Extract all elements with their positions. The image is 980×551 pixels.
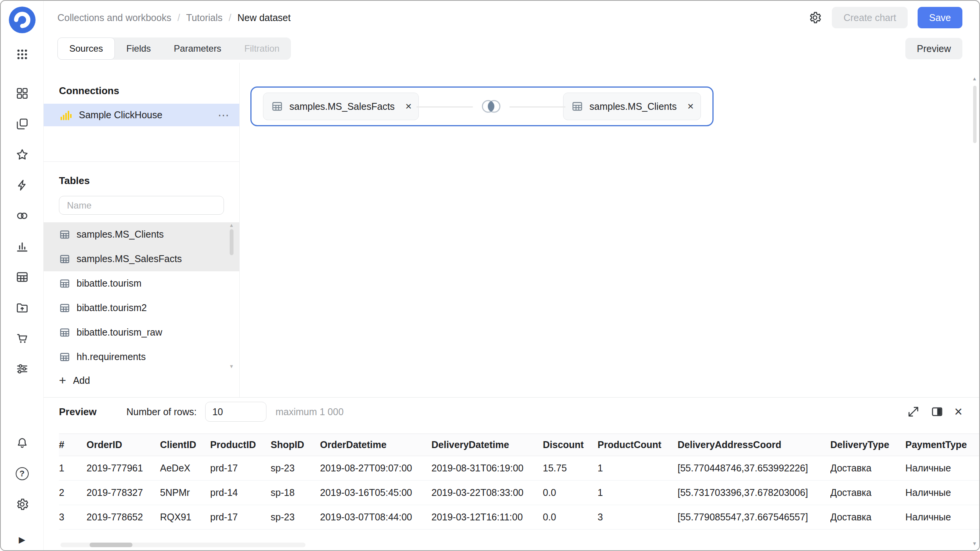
app-window: ? ▶ Collections and workbooks / Tutorial…: [0, 0, 980, 551]
split-layout-icon[interactable]: [931, 405, 944, 418]
left-rail: ? ▶: [1, 1, 44, 550]
table-cell: prd-14: [210, 481, 271, 505]
connection-item-sample-clickhouse[interactable]: Sample ClickHouse ⋯: [44, 104, 239, 126]
add-table-button[interactable]: + Add: [44, 369, 239, 392]
expand-preview-icon[interactable]: [907, 405, 920, 418]
source-table-chip-salesfacts[interactable]: samples.MS_SalesFacts ×: [263, 93, 419, 120]
table-cell: 0.0: [543, 481, 598, 505]
preview-header: Preview Number of rows: maximum 1 000: [44, 398, 979, 426]
rows-count-input[interactable]: [205, 402, 266, 422]
datasets-table-icon[interactable]: [11, 266, 33, 288]
favorites-star-icon[interactable]: [11, 144, 33, 165]
settings-gear-icon[interactable]: [11, 494, 33, 515]
scroll-down-icon[interactable]: ▼: [229, 364, 234, 369]
table-cell: Доставка: [830, 481, 905, 505]
scroll-up-icon[interactable]: ▲: [972, 76, 977, 82]
tab-parameters[interactable]: Parameters: [162, 37, 233, 60]
page-vertical-scrollbar: ▲ ▼: [972, 76, 978, 546]
table-cell: RQX91: [160, 505, 210, 530]
table-cell: Наличные: [905, 481, 979, 505]
table-cell: 2019-778327: [87, 481, 160, 505]
source-table-chip-clients[interactable]: samples.MS_Clients ×: [563, 93, 701, 120]
table-row: 12019-777961AeDeXprd-17sp-232019-08-27T0…: [59, 456, 979, 481]
scroll-up-icon[interactable]: ▲: [229, 222, 234, 228]
plus-icon: +: [59, 374, 66, 386]
tab-sources[interactable]: Sources: [57, 37, 115, 60]
preview-table-body: 12019-777961AeDeXprd-17sp-232019-08-27T0…: [59, 456, 979, 530]
table-row: 22019-7783275NPMrprd-14sp-182019-03-16T0…: [59, 481, 979, 505]
table-cell: 2019-08-31T06:19:00: [431, 456, 543, 481]
expand-panel-icon[interactable]: ▶: [19, 535, 25, 545]
scrollbar-thumb[interactable]: [973, 86, 977, 143]
chip-table-name: samples.MS_SalesFacts: [289, 101, 395, 112]
add-table-label: Add: [73, 375, 90, 386]
close-preview-icon[interactable]: ×: [954, 405, 962, 419]
rows-max-hint: maximum 1 000: [276, 406, 344, 417]
column-header: DeliveryAddressCoord: [678, 434, 830, 456]
dataset-tabs: Sources Fields Parameters Filtration: [57, 37, 291, 60]
table-cell: 5NPMr: [160, 481, 210, 505]
table-list-item[interactable]: bibattle.tourism: [44, 271, 239, 296]
join-group: samples.MS_SalesFacts ×: [250, 86, 714, 126]
scroll-down-icon[interactable]: ▼: [972, 541, 977, 546]
preview-actions: ×: [907, 405, 962, 419]
table-list-item[interactable]: bibattle.tourism_raw: [44, 320, 239, 345]
preview-toggle-button[interactable]: Preview: [905, 38, 962, 59]
apps-grid-icon[interactable]: [11, 44, 33, 65]
column-header: Discount: [543, 434, 598, 456]
column-header: DeliveryType: [830, 434, 905, 456]
table-row: 32019-778652RQX91prd-17sp-232019-03-07T0…: [59, 505, 979, 530]
connections-bolt-icon[interactable]: [11, 174, 33, 196]
breadcrumb-separator: /: [229, 12, 231, 23]
collections-icon[interactable]: [11, 113, 33, 135]
table-list-item[interactable]: hh.requirements: [44, 345, 239, 369]
breadcrumb-tutorials[interactable]: Tutorials: [186, 12, 222, 23]
dataset-settings-gear-icon[interactable]: [808, 11, 822, 24]
storage-folder-icon[interactable]: [11, 297, 33, 318]
breadcrumb-collections[interactable]: Collections and workbooks: [57, 12, 171, 23]
clickhouse-icon: [59, 109, 72, 122]
table-cell: 2019-03-16T05:45:00: [320, 481, 431, 505]
scrollbar-thumb[interactable]: [230, 229, 234, 255]
table-cell: 1: [59, 456, 87, 481]
scrollbar-thumb[interactable]: [90, 543, 132, 547]
tables-list-scrollbar: ▲ ▼: [229, 222, 235, 369]
connection-menu-ellipsis-icon[interactable]: ⋯: [218, 109, 229, 121]
table-cell: AeDeX: [160, 456, 210, 481]
remove-table-icon[interactable]: ×: [405, 101, 412, 112]
app-logo-icon[interactable]: [8, 5, 37, 34]
preview-panel: Preview Number of rows: maximum 1 000: [44, 397, 979, 550]
table-list-item[interactable]: bibattle.tourism2: [44, 296, 239, 320]
dashboards-icon[interactable]: [11, 83, 33, 104]
settings-sliders-icon[interactable]: [11, 358, 33, 380]
join-type-icon[interactable]: [473, 94, 510, 119]
tab-filtration: Filtration: [233, 37, 291, 60]
marketplace-cart-icon[interactable]: [11, 328, 33, 349]
table-cell: sp-23: [271, 456, 320, 481]
charts-icon[interactable]: [11, 236, 33, 257]
services-rings-icon[interactable]: [11, 205, 33, 227]
sources-side-panel: Connections Sample: [44, 63, 240, 397]
table-cell: 15.75: [543, 456, 598, 481]
table-cell: [55.779085547,37.667546557]: [678, 505, 830, 530]
table-name: bibattle.tourism_raw: [77, 327, 162, 338]
notifications-bell-icon[interactable]: [11, 432, 33, 454]
chip-table-name: samples.MS_Clients: [590, 101, 677, 112]
help-icon[interactable]: ?: [11, 463, 33, 484]
panel-divider: [44, 161, 239, 162]
tab-fields[interactable]: Fields: [115, 37, 162, 60]
column-header: #: [59, 434, 87, 456]
save-button[interactable]: Save: [918, 7, 962, 28]
table-name: bibattle.tourism: [77, 278, 142, 289]
table-list-item[interactable]: samples.MS_Clients: [44, 222, 239, 247]
content-area: Connections Sample: [44, 63, 979, 397]
table-icon: [59, 327, 70, 338]
table-cell: 2019-08-27T09:07:00: [320, 456, 431, 481]
table-cell: 2019-03-22T08:33:00: [431, 481, 543, 505]
table-search-input[interactable]: [59, 196, 224, 214]
table-cell: Доставка: [830, 456, 905, 481]
remove-table-icon[interactable]: ×: [688, 101, 694, 112]
table-icon: [571, 100, 583, 112]
preview-table-head-row: #OrderIDClientIDProductIDShopIDOrderDate…: [59, 434, 979, 456]
table-list-item[interactable]: samples.MS_SalesFacts: [44, 247, 239, 271]
